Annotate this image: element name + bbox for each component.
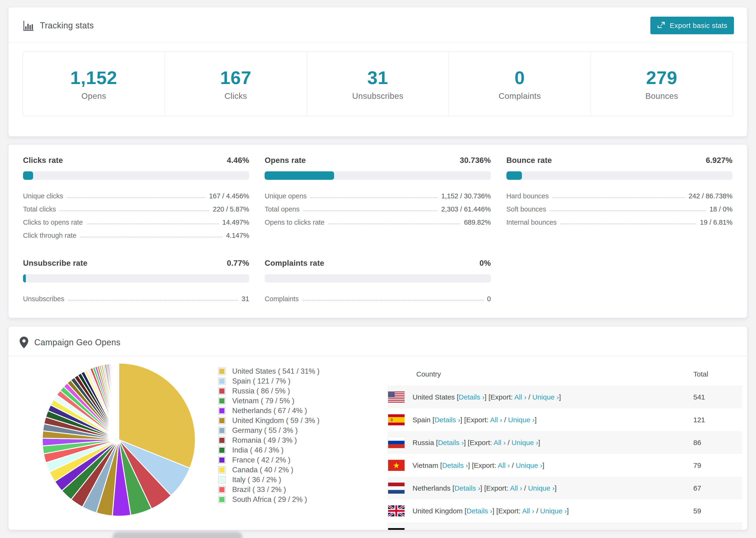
export-all-link[interactable]: All › <box>514 393 527 401</box>
legend-swatch <box>218 447 226 454</box>
rate-detail-value: 14.497% <box>222 219 249 226</box>
country-details-link[interactable]: Details › <box>434 416 460 424</box>
country-details-link[interactable]: Details › <box>466 507 492 515</box>
export-unique-link[interactable]: Unique › <box>528 484 555 492</box>
complaints-rate-panel: Complaints rate 0% Complaints0 <box>265 259 491 303</box>
export-unique-link[interactable]: Unique › <box>540 507 567 515</box>
legend-label: Russia ( 86 / 5% ) <box>232 387 290 395</box>
country-cell: Netherlands [Details ›] [Export: All › /… <box>412 484 693 492</box>
export-unique-link[interactable]: Unique › <box>508 416 535 424</box>
export-unique-link[interactable]: Unique › <box>532 393 559 401</box>
panel-title: Clicks rate <box>23 156 63 165</box>
legend-swatch <box>218 387 226 395</box>
panel-value: 4.46% <box>227 156 249 165</box>
nl-flag-icon <box>388 483 405 494</box>
legend-item[interactable]: United States ( 541 / 31% ) <box>218 366 320 376</box>
stat-label: Complaints <box>499 91 541 101</box>
country-name: Germany [ <box>412 530 445 530</box>
legend-item[interactable]: Romania ( 49 / 3% ) <box>218 435 320 445</box>
export-all-link[interactable]: All › <box>522 507 534 515</box>
export-unique-link[interactable]: Unique › <box>512 439 538 447</box>
geo-table-row: United States [Details ›] [Export: All ›… <box>388 386 742 408</box>
export-all-link[interactable]: All › <box>490 416 502 424</box>
map-pin-icon <box>19 336 28 349</box>
dotted-leader <box>60 210 209 211</box>
rate-detail-row: Complaints0 <box>265 290 491 303</box>
dotted-leader <box>553 197 685 198</box>
legend-item[interactable]: Vietnam ( 79 / 5% ) <box>218 396 320 406</box>
rate-detail-label: Internal bounces <box>507 219 557 226</box>
legend-item[interactable]: United Kingdom ( 59 / 3% ) <box>218 416 320 426</box>
stat-label: Bounces <box>645 91 678 101</box>
rate-detail-label: Hard bounces <box>507 192 549 200</box>
export-all-link[interactable]: All › <box>510 484 522 492</box>
country-name: Spain [ <box>412 416 434 424</box>
export-unique-link[interactable]: Unique › <box>519 530 546 530</box>
country-name: United States [ <box>412 393 459 401</box>
stat-label: Clicks <box>225 91 247 101</box>
opens-rate-progressbar <box>265 171 491 180</box>
export-all-link[interactable]: All › <box>498 461 510 469</box>
geo-pie-legend: United States ( 541 / 31% )Spain ( 121 /… <box>218 366 320 505</box>
country-name: United Kingdom [ <box>412 507 466 515</box>
unsubscribe-rate-progressbar <box>23 274 249 283</box>
rate-detail-row: Total clicks220 / 5.87% <box>23 200 249 213</box>
rate-detail-row: Internal bounces19 / 6.81% <box>507 213 732 226</box>
stat-label: Opens <box>81 91 106 101</box>
legend-item[interactable]: Canada ( 40 / 2% ) <box>218 465 320 475</box>
legend-swatch <box>218 397 226 405</box>
panel-value: 30.736% <box>460 156 491 165</box>
legend-swatch <box>218 427 226 434</box>
legend-item[interactable]: Russia ( 86 / 5% ) <box>218 386 320 396</box>
stat-complaints: 0 Complaints <box>449 52 590 116</box>
bar-chart-icon <box>22 20 34 32</box>
legend-label: France ( 42 / 2% ) <box>232 456 291 464</box>
legend-item[interactable]: Spain ( 121 / 7% ) <box>218 376 320 386</box>
legend-item[interactable]: Netherlands ( 67 / 4% ) <box>218 406 320 416</box>
legend-label: Romania ( 49 / 3% ) <box>232 436 297 445</box>
summary-stats-strip: 1,152 Opens 167 Clicks 31 Unsubscribes 0… <box>23 51 733 116</box>
rate-detail-row: Click through rate4.147% <box>23 226 249 240</box>
legend-label: United Kingdom ( 59 / 3% ) <box>232 416 320 425</box>
legend-swatch <box>218 496 226 503</box>
pie-slice[interactable] <box>119 363 119 440</box>
rate-detail-label: Total clicks <box>23 205 56 213</box>
geo-table: Country Total United States [Details ›] … <box>388 363 742 530</box>
ru-flag-icon <box>388 437 405 448</box>
stat-value: 31 <box>367 67 388 88</box>
opens-rate-panel: Opens rate 30.736% Unique opens1,152 / 3… <box>265 156 491 240</box>
dotted-leader <box>328 224 460 224</box>
rate-detail-row: Clicks to opens rate14.497% <box>23 213 249 226</box>
legend-item[interactable]: Brazil ( 33 / 2% ) <box>218 485 320 495</box>
geo-opens-card: Campaign Geo Opens United States ( 541 /… <box>8 326 747 530</box>
geo-title: Campaign Geo Opens <box>34 338 121 348</box>
country-details-link[interactable]: Details › <box>442 461 468 469</box>
country-name: Netherlands [ <box>412 484 454 492</box>
geo-pie-chart <box>41 362 196 517</box>
rate-detail-row: Unique clicks167 / 4.456% <box>23 187 249 200</box>
panel-value: 0% <box>479 259 491 268</box>
export-unique-link[interactable]: Unique › <box>516 461 542 469</box>
country-details-link[interactable]: Details › <box>454 484 480 492</box>
legend-item[interactable]: Italy ( 36 / 2% ) <box>218 475 320 485</box>
country-details-link[interactable]: Details › <box>459 393 485 401</box>
export-basic-stats-button[interactable]: Export basic stats <box>650 17 734 34</box>
rate-detail-row: Hard bounces242 / 86.738% <box>507 187 732 200</box>
export-all-link[interactable]: All › <box>501 530 513 530</box>
dotted-leader <box>68 300 238 301</box>
horizontal-scrollbar-thumb[interactable] <box>113 532 242 538</box>
rate-detail-label: Soft bounces <box>507 205 546 213</box>
legend-item[interactable]: South Africa ( 29 / 2% ) <box>218 495 320 505</box>
rate-detail-label: Unique clicks <box>23 192 63 200</box>
legend-label: India ( 46 / 3% ) <box>232 446 284 455</box>
country-details-link[interactable]: Details › <box>445 530 471 530</box>
legend-item[interactable]: India ( 46 / 3% ) <box>218 445 320 455</box>
legend-item[interactable]: France ( 42 / 2% ) <box>218 455 320 465</box>
geo-table-row: Netherlands [Details ›] [Export: All › /… <box>388 477 742 500</box>
rate-detail-row: Soft bounces18 / 0% <box>507 200 732 213</box>
legend-item[interactable]: Germany ( 55 / 3% ) <box>218 426 320 435</box>
legend-swatch <box>218 486 226 493</box>
country-details-link[interactable]: Details › <box>438 439 464 447</box>
export-all-link[interactable]: All › <box>494 439 506 447</box>
rate-detail-value: 242 / 86.738% <box>689 192 732 200</box>
